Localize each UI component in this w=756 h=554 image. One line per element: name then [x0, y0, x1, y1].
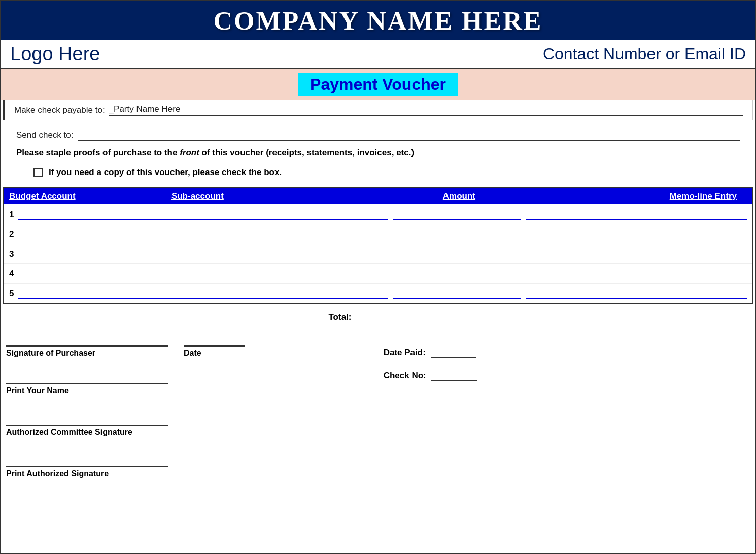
check-no-field[interactable] — [431, 370, 477, 381]
send-check-label: Send check to: — [16, 130, 73, 141]
print-name-label: Print Your Name — [6, 386, 69, 395]
row-2-subaccount-field[interactable] — [171, 228, 388, 239]
row-4-subaccount-field[interactable] — [171, 268, 388, 279]
date-paid-row: Date Paid: — [384, 347, 750, 358]
total-field[interactable] — [357, 311, 428, 322]
contact-text: Contact Number or Email ID — [543, 45, 746, 63]
date-label: Date — [184, 349, 201, 357]
voucher-title: Payment Voucher — [310, 75, 446, 93]
check-no-label: Check No: — [384, 371, 426, 381]
sig-right-col: Date Paid: Check No: — [363, 331, 750, 480]
send-check-section: Send check to: Please staple proofs of p… — [1, 120, 755, 163]
auth-committee-label: Authorized Committee Signature — [6, 428, 132, 436]
total-label: Total: — [328, 312, 351, 322]
row-5-memo-field[interactable] — [526, 288, 747, 299]
auth-committee-line[interactable] — [6, 410, 168, 426]
sig-purchaser-line[interactable] — [6, 331, 168, 347]
row-3-budget-field[interactable] — [18, 248, 171, 259]
header-title-bar: COMPANY NAME HERE — [1, 1, 755, 40]
row-4-memo-field[interactable] — [526, 268, 747, 279]
spacer — [1, 182, 755, 187]
print-auth-label: Print Authorized Signature — [6, 469, 109, 478]
sig-purchaser-date-row: Signature of Purchaser Date — [6, 331, 363, 358]
row-4-budget-field[interactable] — [18, 268, 171, 279]
row-4-amount-field[interactable] — [393, 268, 521, 279]
auth-committee-group: Authorized Committee Signature — [6, 410, 363, 437]
sig-left-col: Signature of Purchaser Date Print Your N… — [6, 331, 363, 480]
row-1-budget-field[interactable] — [18, 209, 171, 220]
logo-contact-row: Logo Here Contact Number or Email ID — [1, 40, 755, 69]
row-2-amount-field[interactable] — [393, 228, 521, 239]
table-row: 2 — [4, 224, 752, 244]
check-no-row: Check No: — [384, 370, 750, 381]
row-4-num: 4 — [9, 269, 14, 279]
date-paid-label: Date Paid: — [384, 348, 426, 358]
company-name: COMPANY NAME HERE — [1, 6, 755, 36]
checkbox-row: If you need a copy of this voucher, plea… — [3, 163, 753, 182]
row-3-amount-field[interactable] — [393, 248, 521, 259]
row-5-budget-field[interactable] — [18, 288, 171, 299]
staple-notice: Please staple proofs of purchase to the … — [16, 148, 740, 158]
col-header-budget: Budget Account — [9, 191, 171, 201]
checkbox-label: If you need a copy of this voucher, plea… — [49, 167, 282, 178]
voucher-title-row: Payment Voucher — [1, 69, 755, 100]
row-2-budget-field[interactable] — [18, 228, 171, 239]
row-1-subaccount-field[interactable] — [171, 209, 388, 220]
total-row: Total: — [1, 304, 755, 326]
row-1-amount-field[interactable] — [393, 209, 521, 220]
table-row: 1 — [4, 204, 752, 224]
copy-checkbox[interactable] — [33, 168, 43, 177]
row-2-memo-field[interactable] — [526, 228, 747, 239]
budget-table: Budget Account Sub-account Amount Memo-l… — [3, 187, 753, 304]
row-5-amount-field[interactable] — [393, 288, 521, 299]
col-header-memo: Memo-line Entry — [526, 191, 747, 201]
signature-section: Signature of Purchaser Date Print Your N… — [1, 326, 755, 491]
print-name-line[interactable] — [6, 369, 168, 384]
date-line[interactable] — [184, 331, 245, 347]
table-row: 4 — [4, 264, 752, 284]
sig-purchaser-label: Signature of Purchaser — [6, 349, 95, 357]
row-5-subaccount-field[interactable] — [171, 288, 388, 299]
voucher-title-highlight: Payment Voucher — [298, 73, 458, 96]
row-2-num: 2 — [9, 229, 14, 239]
print-name-group: Print Your Name — [6, 369, 363, 395]
row-3-num: 3 — [9, 249, 14, 259]
send-check-row: Send check to: — [16, 129, 740, 141]
row-3-memo-field[interactable] — [526, 248, 747, 259]
date-paid-field[interactable] — [431, 347, 476, 358]
col-header-subaccount: Sub-account — [171, 191, 393, 201]
logo-text: Logo Here — [10, 43, 100, 65]
print-auth-group: Print Authorized Signature — [6, 452, 363, 478]
row-1-num: 1 — [9, 210, 14, 220]
row-1-memo-field[interactable] — [526, 209, 747, 220]
print-auth-line[interactable] — [6, 452, 168, 467]
col-header-amount: Amount — [393, 191, 526, 201]
table-row: 3 — [4, 244, 752, 264]
table-row: 5 — [4, 284, 752, 303]
date-group: Date — [184, 331, 245, 358]
check-payable-field[interactable]: _Party Name Here — [109, 105, 743, 116]
table-header-row: Budget Account Sub-account Amount Memo-l… — [4, 188, 752, 204]
row-3-subaccount-field[interactable] — [171, 248, 388, 259]
check-payable-label: Make check payable to: — [14, 105, 105, 115]
send-check-field[interactable] — [78, 129, 740, 141]
sig-purchaser-group: Signature of Purchaser — [6, 331, 168, 358]
row-5-num: 5 — [9, 289, 14, 299]
